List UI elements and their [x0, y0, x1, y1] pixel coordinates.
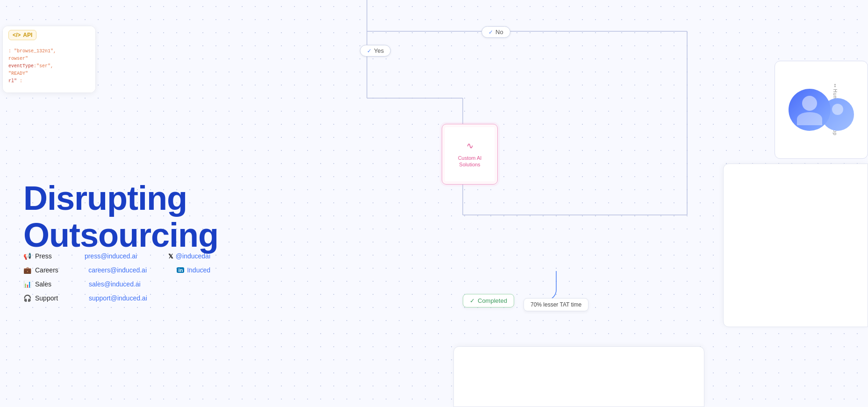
sales-label: Sales [35, 280, 51, 288]
main-heading: Disrupting Outsourcing [23, 180, 220, 254]
linkedin-icon: in [177, 267, 184, 273]
sales-icon: 📊 [23, 280, 31, 288]
human-loop-dots [834, 84, 836, 87]
press-email[interactable]: press@induced.ai [85, 252, 159, 260]
heading-section: Disrupting Outsourcing [23, 180, 220, 254]
yes-label: Yes [374, 47, 384, 54]
human-loop-panel: Human-in-the-loop [775, 61, 868, 159]
flow-area: ✓ Yes ✓ No ∿ Custom AISolutions Hum [234, 0, 868, 407]
code-icon: </> [13, 32, 21, 38]
careers-social[interactable]: in Induced [177, 266, 210, 274]
x-icon: 𝕏 [168, 253, 173, 260]
tat-badge: 70% lesser TAT time [524, 298, 588, 311]
code-line-1: : "browse_132n1", [8, 48, 90, 55]
code-line-2: rowser" [8, 55, 90, 63]
press-social[interactable]: 𝕏 @inducedai [168, 252, 210, 260]
api-badge: </> API [8, 30, 36, 40]
code-line-4: "READY" [8, 70, 90, 78]
avatar-large [789, 89, 831, 131]
custom-solutions-text: Custom AISolutions [455, 155, 485, 168]
tat-label: 70% lesser TAT time [531, 301, 581, 308]
heading-line1: Disrupting [23, 179, 187, 217]
code-line-5: rl" : [8, 78, 90, 85]
press-social-label: @inducedai [176, 252, 210, 260]
api-card-header: </> API [3, 26, 95, 44]
yes-check-icon: ✓ [367, 48, 372, 54]
waveform-icon: ∿ [466, 141, 473, 151]
careers-label: Careers [35, 266, 58, 274]
no-label: No [495, 29, 503, 36]
flow-connectors [234, 0, 374, 70]
support-email[interactable]: support@induced.ai [89, 294, 168, 302]
sales-label-group: 📊 Sales [23, 280, 89, 288]
yes-badge: ✓ Yes [360, 45, 391, 57]
contact-row-sales: 📊 Sales sales@induced.ai [23, 280, 210, 288]
api-badge-label: API [23, 32, 32, 38]
code-line-3: eventType:"ser", [8, 63, 90, 70]
press-label-group: 📢 Press [23, 252, 85, 260]
press-label: Press [35, 252, 52, 260]
avatars-container [779, 79, 863, 140]
custom-solutions-card: ∿ Custom AISolutions [442, 124, 498, 185]
careers-label-group: 💼 Careers [23, 266, 88, 274]
careers-social-label: Induced [187, 266, 210, 274]
careers-email[interactable]: careers@induced.ai [88, 266, 167, 274]
support-label: Support [35, 294, 58, 302]
contact-row-careers: 💼 Careers careers@induced.ai in Induced [23, 266, 210, 274]
completed-label: Completed [478, 297, 507, 304]
contact-section: 📢 Press press@induced.ai 𝕏 @inducedai 💼 … [23, 252, 210, 308]
support-label-group: 🎧 Support [23, 294, 89, 302]
press-icon: 📢 [23, 252, 31, 260]
careers-icon: 💼 [23, 266, 31, 274]
right-panel [723, 164, 868, 327]
sales-email[interactable]: sales@induced.ai [89, 280, 168, 288]
no-check-icon: ✓ [488, 29, 493, 36]
left-panel: </> API : "browse_132n1", rowser" eventT… [0, 0, 243, 407]
dot1 [834, 84, 836, 86]
dot2 [834, 86, 836, 87]
completed-check-icon: ✓ [470, 297, 475, 304]
api-card: </> API : "browse_132n1", rowser" eventT… [2, 26, 96, 93]
no-badge: ✓ No [481, 26, 510, 38]
main-container: </> API : "browse_132n1", rowser" eventT… [0, 0, 868, 407]
support-icon: 🎧 [23, 294, 31, 302]
api-code-block: : "browse_132n1", rowser" eventType:"ser… [3, 44, 95, 93]
heading-line2: Outsourcing [23, 216, 218, 254]
contact-row-support: 🎧 Support support@induced.ai [23, 294, 210, 302]
completed-badge: ✓ Completed [463, 294, 514, 307]
contact-row-press: 📢 Press press@induced.ai 𝕏 @inducedai [23, 252, 210, 260]
bottom-panel [453, 346, 704, 407]
